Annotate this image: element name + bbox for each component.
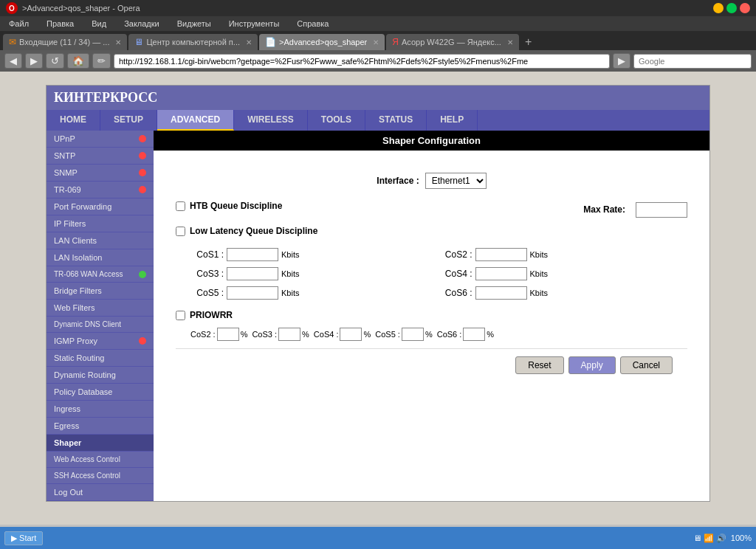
cos6-input[interactable]	[475, 286, 527, 300]
sidebar-item-upnp[interactable]: UPnP	[47, 131, 154, 148]
sidebar-item-ingress[interactable]: Ingress	[47, 401, 154, 418]
sidebar-item-policy-database[interactable]: Policy Database	[47, 384, 154, 401]
go-button[interactable]: ▶	[613, 53, 630, 69]
reload-button[interactable]: ↺	[46, 53, 64, 69]
browser-tab-3[interactable]: Я Асорр W422G — Яндекс... ✕	[386, 34, 519, 50]
sidebar-item-web-access-control[interactable]: Web Access Control	[47, 452, 154, 468]
priowrr-cos6-input[interactable]	[463, 328, 485, 341]
search-input[interactable]	[633, 54, 752, 69]
menu-view[interactable]: Вид	[89, 18, 109, 30]
tab-close-0[interactable]: ✕	[115, 38, 121, 46]
reset-button[interactable]: Reset	[515, 356, 563, 374]
address-bar[interactable]	[114, 54, 610, 69]
menu-file[interactable]: Файл	[6, 18, 32, 30]
igmp-status-dot	[139, 337, 146, 345]
nav-wireless[interactable]: WIRELESS	[234, 110, 308, 131]
cancel-button[interactable]: Cancel	[620, 356, 673, 374]
priowrr-cos4-item: CoS4 : %	[314, 328, 371, 341]
htb-label: HTB Queue Discipline	[190, 201, 282, 211]
sidebar-item-lan-clients[interactable]: LAN Clients	[47, 232, 154, 249]
nav-setup[interactable]: SETUP	[100, 110, 157, 131]
browser-tab-0[interactable]: ✉ Входящие (11 / 34) — ... ✕	[3, 34, 127, 50]
content-area: UPnP SNTP SNMP TR-069	[47, 131, 709, 501]
tr069-status-dot	[139, 186, 146, 193]
nav-tools[interactable]: TOOLS	[308, 110, 365, 131]
sidebar-item-port-forwarding[interactable]: Port Forwarding	[47, 198, 154, 215]
menu-edit[interactable]: Правка	[44, 18, 77, 30]
nav-home[interactable]: HOME	[47, 110, 100, 131]
cos2-input[interactable]	[475, 248, 527, 261]
sidebar-item-shaper[interactable]: Shaper	[47, 435, 154, 452]
sidebar-item-egress[interactable]: Egress	[47, 418, 154, 435]
interface-select[interactable]: Ethernet1 Ethernet2 WAN	[425, 173, 487, 189]
cos6-row: CoS6 : Kbits	[439, 286, 673, 300]
sidebar-item-igmp-proxy[interactable]: IGMP Proxy	[47, 333, 154, 350]
sidebar-item-dynamic-dns[interactable]: Dynamic DNS Client	[47, 317, 154, 333]
sidebar-item-tr068-wan[interactable]: TR-068 WAN Access	[47, 266, 154, 283]
sidebar-item-sntp[interactable]: SNTP	[47, 148, 154, 165]
priowrr-cos5-label: CoS5 :	[375, 330, 400, 339]
sidebar-item-web-filters[interactable]: Web Filters	[47, 300, 154, 317]
snmp-status-dot	[139, 169, 146, 176]
browser-tab-2[interactable]: 📄 >Advanced>qos_shaper ✕	[259, 34, 385, 50]
llq-checkbox[interactable]	[176, 227, 185, 236]
priowrr-checkbox[interactable]	[176, 311, 185, 320]
sidebar-item-logout[interactable]: Log Out	[47, 484, 154, 501]
router-header: КИНТЕРКРОСС	[47, 86, 709, 110]
priowrr-cos4-input[interactable]	[340, 328, 362, 341]
maximize-button[interactable]	[726, 3, 737, 13]
home-button[interactable]: 🏠	[67, 53, 89, 69]
priowrr-items: CoS2 : % CoS3 : % CoS4	[176, 328, 687, 341]
menu-bar: Файл Правка Вид Закладки Виджеты Инструм…	[0, 16, 756, 31]
htb-checkbox[interactable]	[176, 201, 185, 211]
new-tab-button[interactable]: +	[520, 35, 536, 49]
tab-label-2: >Advanced>qos_shaper	[279, 38, 367, 46]
zoom-level: 100%	[731, 534, 752, 542]
cos2-row: CoS2 : Kbits	[439, 248, 673, 261]
cos5-input[interactable]	[227, 286, 278, 300]
menu-help[interactable]: Справка	[294, 18, 331, 30]
sidebar-item-bridge-filters[interactable]: Bridge Filters	[47, 283, 154, 300]
sidebar: UPnP SNTP SNMP TR-069	[47, 131, 154, 501]
priowrr-cos5-input[interactable]	[402, 328, 424, 341]
minimize-button[interactable]	[713, 3, 724, 13]
taskbar-start[interactable]: ▶ Start	[4, 531, 43, 545]
menu-tools[interactable]: Инструменты	[226, 18, 283, 30]
tab-close-1[interactable]: ✕	[246, 38, 252, 46]
interface-row: Interface : Ethernet1 Ethernet2 WAN	[176, 173, 687, 189]
navigation-bar: ◀ ▶ ↺ 🏠 ✏ ▶	[0, 50, 756, 72]
browser-tab-1[interactable]: 🖥 Центр компьютерной п... ✕	[128, 34, 258, 50]
forward-button[interactable]: ▶	[25, 53, 43, 69]
sidebar-item-dynamic-routing[interactable]: Dynamic Routing	[47, 367, 154, 384]
menu-widgets[interactable]: Виджеты	[174, 18, 214, 30]
nav-status[interactable]: STATUS	[365, 110, 427, 131]
priowrr-cos5-unit: %	[425, 330, 433, 339]
sidebar-item-lan-isolation[interactable]: LAN Isolation	[47, 249, 154, 266]
priowrr-cos3-label: CoS3 :	[252, 330, 277, 339]
priowrr-cos4-label: CoS4 :	[314, 330, 339, 339]
apply-button[interactable]: Apply	[568, 356, 616, 374]
cos1-input[interactable]	[227, 248, 278, 261]
sidebar-item-static-routing[interactable]: Static Routing	[47, 350, 154, 367]
htb-checkbox-row: HTB Queue Discipline	[176, 201, 282, 211]
nav-advanced[interactable]: ADVANCED	[157, 110, 234, 131]
priowrr-cos2-input[interactable]	[217, 328, 239, 341]
cos3-input[interactable]	[227, 267, 278, 280]
sidebar-item-snmp[interactable]: SNMP	[47, 165, 154, 182]
priowrr-cos3-input[interactable]	[278, 328, 300, 341]
sidebar-item-ssh-access-control[interactable]: SSH Access Control	[47, 468, 154, 484]
priowrr-cos6-unit: %	[487, 330, 494, 339]
cos4-input[interactable]	[475, 267, 527, 280]
back-button[interactable]: ◀	[4, 53, 22, 69]
menu-bookmarks[interactable]: Закладки	[121, 18, 162, 30]
tab-close-3[interactable]: ✕	[507, 38, 513, 46]
cos2-unit: Kbits	[530, 250, 548, 259]
sidebar-item-ip-filters[interactable]: IP Filters	[47, 215, 154, 232]
max-rate-input[interactable]	[636, 202, 687, 218]
tab-close-2[interactable]: ✕	[373, 38, 379, 46]
tabs-bar: ✉ Входящие (11 / 34) — ... ✕ 🖥 Центр ком…	[0, 31, 756, 50]
nav-help[interactable]: HELP	[427, 110, 478, 131]
edit-button[interactable]: ✏	[92, 53, 111, 69]
sidebar-item-tr069[interactable]: TR-069	[47, 182, 154, 198]
close-button[interactable]	[740, 3, 750, 13]
